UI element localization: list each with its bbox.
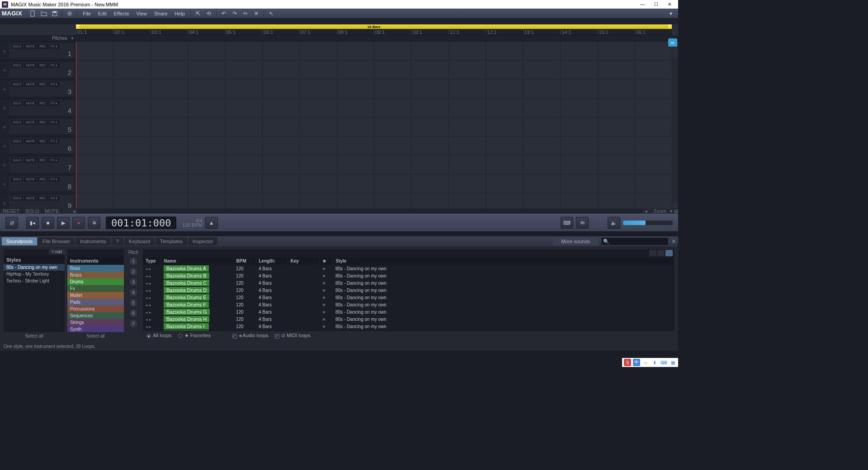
column-header[interactable]: Key: [288, 257, 319, 265]
transport-settings-button[interactable]: ✲: [88, 217, 100, 229]
tab-templates[interactable]: Templates: [156, 237, 187, 245]
volume-slider[interactable]: [623, 221, 673, 225]
track-mute-button[interactable]: MUTE: [24, 139, 37, 144]
pitch-button[interactable]: 7: [128, 319, 138, 329]
all-loops-radio[interactable]: All loops: [146, 333, 172, 338]
track-solo-button[interactable]: SOLO: [11, 82, 23, 87]
loop-row[interactable]: ◂ ▸Bazooka Drums A1204 Bars★80s - Dancin…: [143, 265, 675, 272]
add-icon[interactable]: ▸: [149, 281, 151, 286]
add-icon[interactable]: ▸: [149, 296, 151, 300]
track-mute-button[interactable]: MUTE: [24, 177, 37, 182]
instrument-item[interactable]: Drums: [67, 278, 124, 285]
footer-mute-button[interactable]: MUTE: [42, 208, 62, 214]
track-solo-button[interactable]: SOLO: [11, 63, 23, 68]
track-solo-button[interactable]: SOLO: [11, 120, 23, 125]
stop-button[interactable]: ■: [42, 217, 54, 229]
pitches-dropdown[interactable]: Pitches: [0, 35, 76, 41]
pitch-button[interactable]: 2: [128, 267, 138, 277]
save-icon[interactable]: [50, 9, 59, 18]
track-expand-button[interactable]: +: [0, 155, 9, 174]
track-expand-button[interactable]: +: [0, 61, 9, 79]
tab-filebrowser[interactable]: File Browser: [38, 237, 75, 245]
vertical-scrollbar[interactable]: [672, 58, 678, 203]
keyboard-view-button[interactable]: ⌨: [561, 217, 573, 229]
track-mute-button[interactable]: MUTE: [24, 158, 37, 163]
add-icon[interactable]: ▸: [149, 317, 151, 322]
favorite-star-icon[interactable]: ★: [319, 294, 333, 301]
track-rec-button[interactable]: REC: [38, 63, 48, 68]
track-expand-button[interactable]: +: [0, 42, 9, 60]
more-sounds-button[interactable]: More sounds: [553, 237, 598, 245]
track-solo-button[interactable]: SOLO: [11, 101, 23, 106]
pitch-button[interactable]: 6: [128, 308, 138, 318]
close-button[interactable]: ✕: [663, 0, 676, 9]
pitch-button[interactable]: 1: [128, 256, 138, 266]
loop-row[interactable]: ◂ ▸Bazooka Drums H1204 Bars★80s - Dancin…: [143, 315, 675, 323]
track-fx-button[interactable]: FX ▾: [49, 63, 59, 68]
metronome-button[interactable]: ▲: [205, 217, 218, 229]
instrument-item[interactable]: Synth: [67, 326, 124, 332]
play-button[interactable]: ▶: [57, 217, 70, 229]
preview-icon[interactable]: ◂: [146, 296, 148, 300]
reset-button[interactable]: RESET: [0, 208, 23, 214]
view-detail-icon[interactable]: [665, 250, 673, 256]
menu-help[interactable]: Help: [171, 11, 189, 16]
favorite-star-icon[interactable]: ★: [319, 323, 333, 330]
mail-button[interactable]: ✉: [576, 217, 589, 229]
add-icon[interactable]: ▸: [149, 310, 151, 315]
track-mute-button[interactable]: MUTE: [24, 101, 37, 106]
column-header[interactable]: Type: [143, 257, 161, 265]
track-grid[interactable]: [76, 42, 672, 208]
preview-icon[interactable]: ◂: [146, 317, 148, 322]
bars-ruler[interactable]: 16 Bars: [76, 24, 672, 29]
track-solo-button[interactable]: SOLO: [11, 44, 23, 49]
menu-view[interactable]: View: [132, 11, 151, 16]
tab-instruments[interactable]: Instruments: [75, 237, 110, 245]
track-fx-button[interactable]: FX ▾: [49, 196, 59, 201]
cut-icon[interactable]: ✂: [241, 9, 250, 18]
preview-icon[interactable]: ◂: [146, 324, 148, 329]
track-expand-button[interactable]: +: [0, 193, 9, 208]
track-mute-button[interactable]: MUTE: [24, 82, 37, 87]
track-mute-button[interactable]: MUTE: [24, 63, 37, 68]
loop-badge-icon[interactable]: ∞: [668, 38, 677, 47]
track-fx-button[interactable]: FX ▾: [49, 158, 59, 163]
style-item[interactable]: HipHop - My Territory: [4, 271, 65, 277]
new-file-icon[interactable]: [28, 9, 38, 18]
audio-loops-check[interactable]: ✓◂ Audio loops: [232, 333, 269, 338]
favorite-star-icon[interactable]: ★: [319, 308, 333, 315]
column-header[interactable]: ★: [319, 257, 333, 265]
tab-soundpools[interactable]: Soundpools: [2, 237, 37, 245]
record-button[interactable]: ●: [72, 217, 85, 229]
timecode-display[interactable]: 001:01:000: [106, 216, 176, 229]
favorite-star-icon[interactable]: ★: [319, 287, 333, 294]
tray-icon[interactable]: ▦: [669, 359, 676, 366]
favorite-star-icon[interactable]: ★: [319, 301, 333, 308]
maximize-button[interactable]: ☐: [649, 0, 663, 9]
preview-icon[interactable]: ◂: [146, 267, 148, 271]
favorite-star-icon[interactable]: ★: [319, 265, 333, 272]
track-rec-button[interactable]: REC: [38, 101, 48, 106]
track-fx-button[interactable]: FX ▾: [49, 82, 59, 87]
add-icon[interactable]: ▸: [149, 274, 151, 278]
midi-loops-check[interactable]: ✓⊙ MIDI loops: [275, 333, 311, 338]
track-expand-button[interactable]: +: [0, 99, 9, 117]
view-tile-icon[interactable]: [649, 250, 656, 256]
track-fx-button[interactable]: FX ▾: [49, 177, 59, 182]
tab-inspector[interactable]: Inspector: [188, 237, 217, 245]
menu-dropdown-icon[interactable]: ▾: [666, 9, 675, 18]
track-rec-button[interactable]: REC: [38, 44, 48, 49]
track-rec-button[interactable]: REC: [38, 82, 48, 87]
add-icon[interactable]: ▸: [149, 324, 151, 329]
preview-icon[interactable]: ◂: [146, 303, 148, 307]
track-solo-button[interactable]: SOLO: [11, 196, 23, 201]
loop-row[interactable]: ◂ ▸Bazooka Drums D1204 Bars★80s - Dancin…: [143, 287, 675, 294]
track-rec-button[interactable]: REC: [38, 177, 48, 182]
settings-icon[interactable]: [65, 9, 74, 18]
instrument-item[interactable]: Sequences: [67, 312, 124, 319]
footer-solo-button[interactable]: SOLO: [23, 208, 42, 214]
undo-icon[interactable]: ↶: [219, 9, 228, 18]
column-header[interactable]: Style: [333, 257, 675, 265]
track-fx-button[interactable]: FX ▾: [49, 44, 59, 49]
loop-row[interactable]: ◂ ▸Bazooka Drums B1204 Bars★80s - Dancin…: [143, 272, 675, 279]
